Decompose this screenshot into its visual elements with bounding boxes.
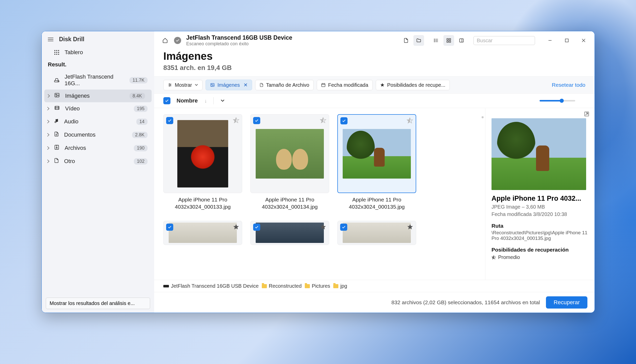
star-button[interactable]	[407, 224, 413, 231]
home-button[interactable]	[160, 35, 170, 46]
details-panel: Apple iPhone 11 Pro 4032... JPEG Image –…	[485, 108, 595, 280]
sidebar-item-archives[interactable]: Archivos190	[42, 141, 154, 155]
folder-icon	[333, 284, 338, 288]
card-caption: Apple iPhone 11 Pro4032x3024_000134.jpg	[250, 196, 329, 211]
breadcrumb-item[interactable]: Pictures	[305, 283, 330, 289]
breadcrumb-item[interactable]: JetFlash Transcend 16GB USB Device	[163, 283, 259, 289]
thumbnail-image	[256, 223, 324, 243]
svg-point-25	[434, 39, 435, 39]
thumbnail-image	[169, 223, 237, 243]
result-card[interactable]: Apple iPhone 11 Pro4032x3024_000133.jpg	[163, 114, 242, 211]
svg-rect-29	[449, 39, 451, 40]
breadcrumb-item[interactable]: Reconstructed	[262, 283, 302, 289]
sort-arrow-icon[interactable]: ↓	[204, 98, 207, 104]
chevron-right-icon	[46, 159, 49, 163]
sidebar-item-other[interactable]: Otro102	[42, 155, 154, 168]
star-button[interactable]	[407, 117, 413, 125]
scrollbar-thumb[interactable]	[482, 116, 484, 118]
thumbnail-box[interactable]	[163, 114, 242, 193]
search-box[interactable]	[473, 36, 535, 45]
sidebar-item-documents[interactable]: Documentos2.8K	[42, 128, 154, 141]
home-icon	[162, 38, 168, 43]
menu-icon[interactable]	[48, 38, 53, 41]
audio-icon	[54, 118, 59, 125]
recover-button[interactable]: Recuperar	[546, 296, 587, 309]
star-button[interactable]	[233, 117, 239, 125]
star-button[interactable]	[233, 224, 239, 231]
filter-images-active[interactable]: Imágenes ✕	[206, 80, 252, 90]
result-card[interactable]	[250, 221, 329, 245]
sidebar-result-header: Result.	[42, 59, 154, 71]
sidebar-item-device[interactable]: JetFlash Transcend 16G... 11.7K	[42, 71, 154, 90]
remove-filter-icon[interactable]: ✕	[243, 82, 248, 88]
chevron-right-icon	[46, 146, 49, 150]
device-count: 11.7K	[129, 77, 148, 83]
filter-date[interactable]: Fecha modificada	[317, 80, 373, 90]
sidebar-item-dashboard[interactable]: Tablero	[42, 46, 154, 59]
chevron-down-icon	[195, 84, 198, 86]
result-card[interactable]	[337, 221, 416, 245]
image-icon	[210, 83, 215, 87]
breadcrumb-label: Pictures	[312, 283, 330, 289]
list-view-button[interactable]	[431, 35, 441, 46]
card-caption: Apple iPhone 11 Pro4032x3024_000135.jpg	[337, 196, 416, 211]
card-checkbox[interactable]	[166, 224, 173, 231]
category-label: Imágenes	[65, 93, 90, 99]
filter-show[interactable]: Mostrar	[163, 80, 203, 90]
thumbnail-image	[343, 223, 411, 243]
sidebar-item-images[interactable]: Imágenes8.4K	[44, 90, 152, 102]
card-checkbox[interactable]	[340, 224, 347, 231]
card-checkbox[interactable]	[166, 117, 173, 124]
category-count: 195	[134, 106, 148, 112]
select-all-checkbox[interactable]	[163, 97, 170, 104]
sidebar-item-video[interactable]: Vídeo195	[42, 102, 154, 115]
result-card[interactable]	[163, 221, 242, 245]
close-button[interactable]	[578, 35, 589, 46]
maximize-button[interactable]	[561, 35, 572, 46]
search-input[interactable]	[477, 38, 541, 43]
filter-size[interactable]: Tamaño de Archivo	[255, 80, 314, 90]
minimize-icon	[548, 38, 552, 42]
star-button[interactable]	[320, 224, 326, 231]
chevron-down-icon[interactable]	[220, 99, 225, 102]
card-checkbox[interactable]	[253, 117, 260, 124]
result-card[interactable]: Apple iPhone 11 Pro4032x3024_000135.jpg	[337, 114, 416, 211]
breadcrumb-item[interactable]: jpg	[333, 283, 347, 289]
popout-icon[interactable]	[584, 111, 589, 117]
card-checkbox[interactable]	[253, 224, 260, 231]
file-icon	[259, 82, 264, 88]
thumbnail-box[interactable]	[250, 114, 329, 193]
preview-image	[492, 118, 586, 190]
reset-filters-link[interactable]: Resetear todo	[552, 82, 585, 88]
svg-rect-8	[58, 54, 59, 55]
page-subtitle: 8351 arch. en 19,4 GB	[163, 64, 585, 72]
thumbnail-box[interactable]	[250, 221, 329, 245]
folder-button[interactable]	[413, 35, 424, 46]
details-modified: Fecha modificada 3/8/2020 10:38	[492, 211, 588, 217]
check-icon	[176, 38, 180, 42]
show-results-button[interactable]: Mostrar los resultados del análisis e...	[46, 298, 150, 309]
sidebar-item-audio[interactable]: Audio14	[42, 115, 154, 128]
new-file-button[interactable]	[401, 35, 411, 46]
minimize-button[interactable]	[545, 35, 555, 46]
split-view-button[interactable]	[456, 35, 467, 46]
column-name[interactable]: Nombre	[177, 97, 198, 104]
list-icon	[433, 38, 439, 43]
thumbnail-image	[343, 129, 411, 179]
category-label: Archivos	[65, 145, 86, 151]
thumbnail-box[interactable]	[337, 221, 416, 245]
thumbnail-box[interactable]	[337, 114, 416, 193]
thumbnail-box[interactable]	[163, 221, 242, 245]
zoom-slider[interactable]	[540, 100, 575, 101]
settings-icon	[168, 83, 172, 87]
svg-point-45	[169, 86, 170, 86]
filter-chance[interactable]: Posibilidades de recupe...	[376, 80, 450, 90]
star-button[interactable]	[320, 117, 326, 125]
card-checkbox[interactable]	[340, 117, 348, 124]
result-card[interactable]: Apple iPhone 11 Pro4032x3024_000134.jpg	[250, 114, 329, 211]
close-icon	[582, 38, 586, 42]
grid-view-button[interactable]	[443, 35, 454, 46]
filter-bar: Mostrar Imágenes ✕ Tamaño de Archivo Fec…	[154, 76, 595, 94]
category-count: 14	[136, 119, 148, 125]
svg-rect-1	[56, 50, 57, 51]
